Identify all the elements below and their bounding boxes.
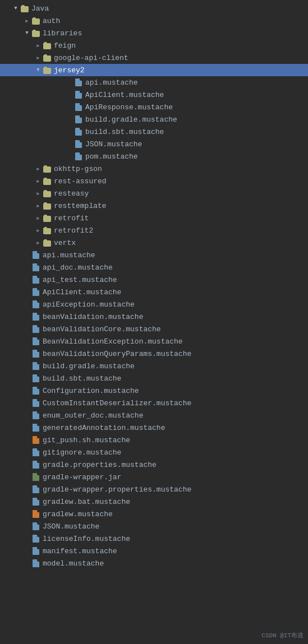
tree-item-gradle-properties-mustache[interactable]: gradle.properties.mustache <box>0 458 308 471</box>
item-label: git_push.sh.mustache <box>43 436 304 444</box>
item-label: feign <box>54 41 304 50</box>
item-label: beanValidation.mustache <box>43 313 304 321</box>
tree-item-BeanValidationException-mustache[interactable]: BeanValidationException.mustache <box>0 335 308 348</box>
tree-item-JSON-mustache[interactable]: JSON.mustache <box>0 138 308 150</box>
tree-item-beanValidationQueryParams-mustache[interactable]: beanValidationQueryParams.mustache <box>0 348 308 360</box>
tree-item-Configuration-mustache[interactable]: Configuration.mustache <box>0 384 308 397</box>
file-icon <box>31 325 40 333</box>
tree-item-enum-outer-doc-mustache[interactable]: enum_outer_doc.mustache <box>0 409 308 421</box>
tree-item-model-mustache[interactable]: model.mustache <box>0 557 308 569</box>
tree-item-retrofit2[interactable]: ▶retrofit2 <box>0 224 308 237</box>
arrow-icon: ▶ <box>34 228 43 234</box>
file-icon <box>31 460 40 469</box>
file-icon <box>31 559 40 568</box>
file-icon <box>74 152 83 161</box>
file-icon <box>31 337 40 346</box>
arrow-icon: ▼ <box>11 6 20 11</box>
arrow-icon: ▶ <box>34 203 43 209</box>
folder-icon <box>43 53 52 62</box>
tree-item-google-api-client[interactable]: ▶google-api-client <box>0 52 308 64</box>
tree-item-api-test-mustache[interactable]: api_test.mustache <box>0 274 308 286</box>
tree-item-resteasy[interactable]: ▶resteasy <box>0 187 308 200</box>
tree-item-JSON-mustache[interactable]: JSON.mustache <box>0 520 308 532</box>
tree-item-generatedAnnotation-mustache[interactable]: generatedAnnotation.mustache <box>0 421 308 434</box>
tree-item-retrofit[interactable]: ▶retrofit <box>0 212 308 224</box>
tree-item-api-mustache[interactable]: api.mustache <box>0 76 308 89</box>
item-label: apiException.mustache <box>43 300 304 309</box>
tree-item-ApiClient-mustache[interactable]: ApiClient.mustache <box>0 89 308 101</box>
tree-item-Java[interactable]: ▼Java <box>0 2 308 15</box>
file-icon <box>31 399 40 407</box>
file-icon <box>74 115 83 124</box>
tree-item-gradlew-bat-mustache[interactable]: gradlew.bat.mustache <box>0 495 308 508</box>
tree-item-manifest-mustache[interactable]: manifest.mustache <box>0 545 308 557</box>
tree-item-auth[interactable]: ▶auth <box>0 15 308 27</box>
item-label: Java <box>31 4 304 13</box>
item-label: libraries <box>43 29 304 38</box>
tree-item-libraries[interactable]: ▼libraries <box>0 27 308 39</box>
file-icon <box>31 362 40 370</box>
arrow-icon: ▶ <box>34 43 43 49</box>
tree-item-build-gradle-mustache[interactable]: build.gradle.mustache <box>0 113 308 126</box>
tree-item-beanValidationCore-mustache[interactable]: beanValidationCore.mustache <box>0 323 308 335</box>
tree-item-gradlew-mustache[interactable]: gradlew.mustache <box>0 508 308 520</box>
tree-item-rest-assured[interactable]: ▶rest-assured <box>0 175 308 187</box>
file-icon <box>31 263 40 272</box>
tree-item-apiException-mustache[interactable]: apiException.mustache <box>0 298 308 311</box>
file-icon <box>74 78 83 87</box>
tree-item-gitignore-mustache[interactable]: gitignore.mustache <box>0 446 308 458</box>
tree-item-jersey2[interactable]: ▼jersey2 <box>0 64 308 76</box>
folder-icon <box>31 16 40 25</box>
tree-item-okhttp-gson[interactable]: ▶okhttp-gson <box>0 163 308 175</box>
watermark: CSDN @IT布道 <box>261 631 304 640</box>
arrow-icon: ▼ <box>22 30 31 36</box>
item-label: gitignore.mustache <box>43 448 304 457</box>
tree-item-vertx[interactable]: ▶vertx <box>0 237 308 249</box>
tree-item-git-push-sh-mustache[interactable]: git_push.sh.mustache <box>0 434 308 446</box>
item-label: beanValidationCore.mustache <box>43 325 304 333</box>
item-label: licenseInfo.mustache <box>43 535 304 543</box>
file-icon <box>31 251 40 260</box>
folder-icon <box>43 189 52 198</box>
tree-item-beanValidation-mustache[interactable]: beanValidation.mustache <box>0 311 308 323</box>
tree-item-resttemplate[interactable]: ▶resttemplate <box>0 200 308 212</box>
arrow-icon: ▼ <box>34 67 43 73</box>
tree-item-build-sbt-mustache[interactable]: build.sbt.mustache <box>0 126 308 138</box>
item-label: JSON.mustache <box>85 140 304 149</box>
file-icon <box>74 103 83 112</box>
item-label: google-api-client <box>54 54 304 62</box>
folder-icon <box>20 4 29 13</box>
item-label: build.sbt.mustache <box>85 128 304 136</box>
folder-icon <box>43 226 52 235</box>
file-icon <box>31 485 40 494</box>
item-label: Configuration.mustache <box>43 387 304 395</box>
tree-item-gradle-wrapper-properties-mustache[interactable]: gradle-wrapper.properties.mustache <box>0 483 308 495</box>
tree-item-api-doc-mustache[interactable]: api_doc.mustache <box>0 261 308 274</box>
tree-item-licenseInfo-mustache[interactable]: licenseInfo.mustache <box>0 532 308 545</box>
tree-item-CustomInstantDeserializer-mustache[interactable]: CustomInstantDeserializer.mustache <box>0 397 308 409</box>
tree-item-ApiResponse-mustache[interactable]: ApiResponse.mustache <box>0 101 308 113</box>
file-jar-icon <box>31 472 40 481</box>
item-label: api_doc.mustache <box>43 263 304 272</box>
tree-item-pom-mustache[interactable]: pom.mustache <box>0 150 308 163</box>
tree-item-ApiClient-mustache[interactable]: ApiClient.mustache <box>0 286 308 298</box>
item-label: ApiResponse.mustache <box>85 103 304 112</box>
tree-item-feign[interactable]: ▶feign <box>0 39 308 52</box>
arrow-icon: ▶ <box>22 18 31 24</box>
file-icon <box>31 411 40 420</box>
tree-item-api-mustache[interactable]: api.mustache <box>0 249 308 261</box>
item-label: gradle.properties.mustache <box>43 461 304 469</box>
file-tree: ▼Java▶auth▼libraries▶feign▶google-api-cl… <box>0 0 308 572</box>
folder-icon <box>43 66 52 75</box>
file-icon <box>31 349 40 358</box>
file-icon <box>31 546 40 555</box>
arrow-icon: ▶ <box>34 240 43 246</box>
item-label: pom.mustache <box>85 152 304 161</box>
tree-item-gradle-wrapper-jar[interactable]: gradle-wrapper.jar <box>0 471 308 483</box>
item-label: build.gradle.mustache <box>85 115 304 124</box>
tree-item-build-gradle-mustache[interactable]: build.gradle.mustache <box>0 360 308 372</box>
tree-item-build-sbt-mustache[interactable]: build.sbt.mustache <box>0 372 308 384</box>
file-icon <box>31 312 40 321</box>
item-label: resttemplate <box>54 202 304 210</box>
item-label: gradlew.mustache <box>43 510 304 518</box>
